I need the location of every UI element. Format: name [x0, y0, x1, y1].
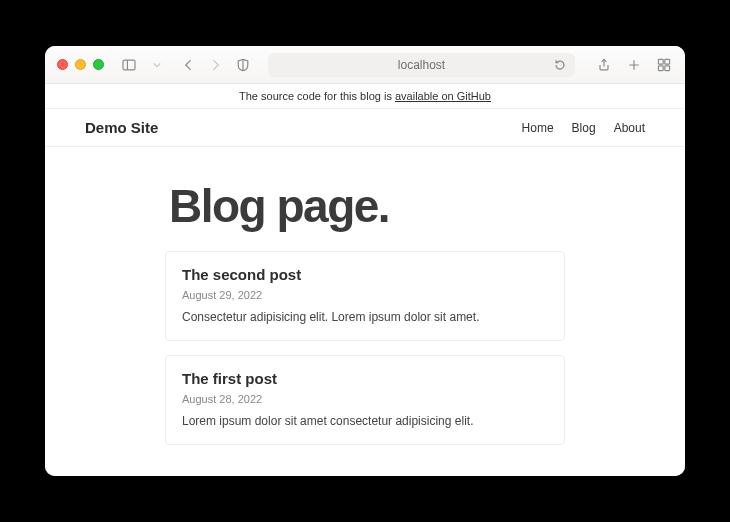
site-header: Demo Site Home Blog About [45, 109, 685, 147]
titlebar: localhost [45, 46, 685, 84]
post-date: August 29, 2022 [182, 289, 548, 301]
minimize-icon[interactable] [75, 59, 86, 70]
window-controls [57, 59, 104, 70]
tabs-overview-icon[interactable] [655, 56, 673, 74]
primary-nav: Home Blog About [522, 121, 645, 135]
browser-window: localhost The source code for this blog … [45, 46, 685, 476]
post-card[interactable]: The first post August 28, 2022 Lorem ips… [165, 355, 565, 445]
post-excerpt: Consectetur adipisicing elit. Lorem ipsu… [182, 309, 548, 326]
svg-rect-8 [665, 65, 670, 70]
forward-icon[interactable] [206, 56, 224, 74]
post-date: August 28, 2022 [182, 393, 548, 405]
nav-about[interactable]: About [614, 121, 645, 135]
shield-icon[interactable] [234, 56, 252, 74]
site-title[interactable]: Demo Site [85, 119, 158, 136]
address-text: localhost [398, 58, 445, 72]
share-icon[interactable] [595, 56, 613, 74]
post-title: The first post [182, 370, 548, 387]
notice-prefix: The source code for this blog is [239, 90, 395, 102]
reload-icon[interactable] [551, 56, 569, 74]
post-excerpt: Lorem ipsum dolor sit amet consectetur a… [182, 413, 548, 430]
maximize-icon[interactable] [93, 59, 104, 70]
notice-link[interactable]: available on GitHub [395, 90, 491, 102]
close-icon[interactable] [57, 59, 68, 70]
source-notice: The source code for this blog is availab… [45, 84, 685, 109]
svg-rect-7 [658, 65, 663, 70]
post-title: The second post [182, 266, 548, 283]
page-title: Blog page. [169, 179, 565, 233]
page-viewport: The source code for this blog is availab… [45, 84, 685, 476]
nav-home[interactable]: Home [522, 121, 554, 135]
chevron-down-icon[interactable] [148, 56, 166, 74]
svg-rect-5 [658, 59, 663, 64]
address-bar[interactable]: localhost [268, 53, 575, 77]
svg-rect-0 [123, 60, 135, 70]
new-tab-icon[interactable] [625, 56, 643, 74]
nav-blog[interactable]: Blog [572, 121, 596, 135]
sidebar-toggle-icon[interactable] [120, 56, 138, 74]
svg-rect-6 [665, 59, 670, 64]
back-icon[interactable] [180, 56, 198, 74]
post-card[interactable]: The second post August 29, 2022 Consecte… [165, 251, 565, 341]
main-content: Blog page. The second post August 29, 20… [45, 147, 685, 476]
